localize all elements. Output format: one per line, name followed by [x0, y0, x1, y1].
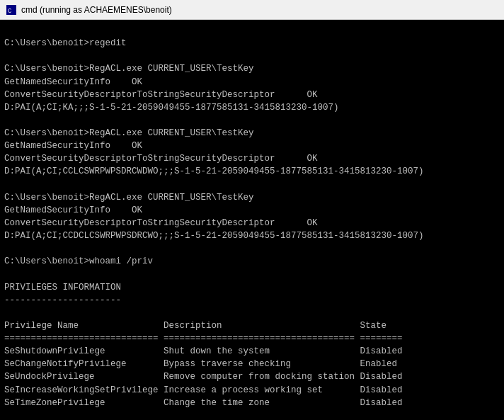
- svg-text:C: C: [8, 8, 12, 15]
- title-bar-text: cmd (running as ACHAEMENES\benoit): [21, 5, 172, 15]
- terminal-window[interactable]: C:\Users\benoit>regedit C:\Users\benoit>…: [0, 20, 504, 420]
- cmd-icon: C: [6, 4, 17, 16]
- title-bar: C cmd (running as ACHAEMENES\benoit): [0, 0, 504, 20]
